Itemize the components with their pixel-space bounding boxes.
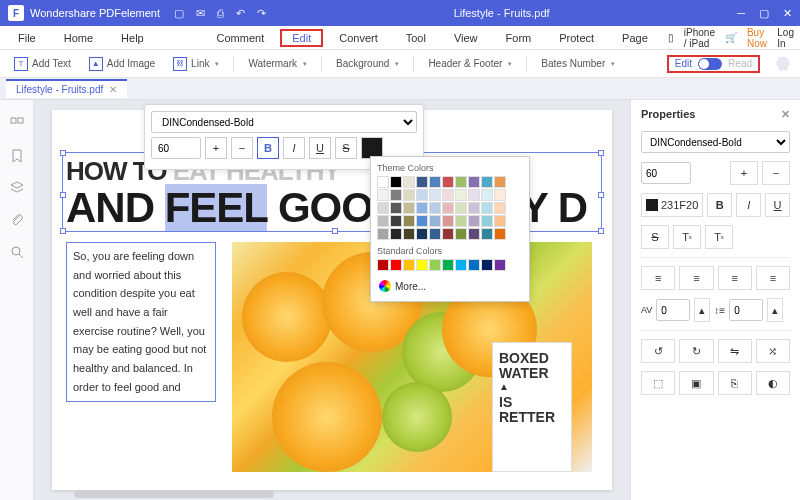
redo-icon[interactable]: ↷ — [257, 7, 266, 20]
flip-v-button[interactable]: ⤮ — [756, 339, 790, 363]
prop-font-select[interactable]: DINCondensed-Bold — [641, 131, 790, 153]
font-family-select[interactable]: DINCondensed-Bold — [151, 111, 417, 133]
leading-stepper[interactable]: ▴ — [767, 298, 783, 322]
save-icon[interactable]: ✉ — [196, 7, 205, 20]
titlebar: F Wondershare PDFelement ▢ ✉ ⎙ ↶ ↷ Lifes… — [0, 0, 800, 26]
folder-icon[interactable]: ▢ — [174, 7, 184, 20]
body-text-block[interactable]: So, you are feeling down and worried abo… — [66, 242, 216, 402]
align-left-button[interactable]: ≡ — [641, 266, 675, 290]
prop-increase-button[interactable]: + — [730, 161, 758, 185]
background-button[interactable]: Background — [332, 56, 403, 71]
horizontal-scrollbar[interactable] — [74, 490, 274, 498]
prop-color-button[interactable]: 231F20 — [641, 193, 703, 217]
line-spacing-input[interactable] — [729, 299, 763, 321]
tab-label: Lifestyle - Fruits.pdf — [16, 84, 103, 95]
prop-superscript-button[interactable]: Tx — [673, 225, 701, 249]
menu-help[interactable]: Help — [109, 29, 156, 47]
flip-h-button[interactable]: ⇋ — [718, 339, 752, 363]
search-icon[interactable] — [9, 244, 25, 260]
menu-page[interactable]: Page — [610, 29, 660, 47]
menu-form[interactable]: Form — [494, 29, 544, 47]
document-tab[interactable]: Lifestyle - Fruits.pdf ✕ — [6, 79, 127, 98]
document-title: Lifestyle - Fruits.pdf — [266, 7, 737, 19]
app-name: Wondershare PDFelement — [30, 7, 160, 19]
crop-button[interactable]: ⬚ — [641, 371, 675, 395]
underline-button[interactable]: U — [309, 137, 331, 159]
link-button[interactable]: ⛓Link — [169, 55, 223, 73]
add-text-button[interactable]: TAdd Text — [10, 55, 75, 73]
mobile-icon: ▯ — [668, 32, 674, 43]
rainbow-icon — [379, 280, 391, 292]
mode-edit-label: Edit — [675, 58, 692, 69]
prop-decrease-button[interactable]: − — [762, 161, 790, 185]
buy-now-link[interactable]: Buy Now — [747, 27, 767, 49]
more-colors-button[interactable]: More... — [377, 277, 523, 295]
undo-icon[interactable]: ↶ — [236, 7, 245, 20]
properties-close-icon[interactable]: ✕ — [781, 108, 790, 121]
svg-rect-0 — [11, 118, 16, 123]
menu-comment[interactable]: Comment — [205, 29, 277, 47]
menu-protect[interactable]: Protect — [547, 29, 606, 47]
menu-file[interactable]: File — [6, 29, 48, 47]
color-swatch[interactable] — [377, 176, 389, 188]
increase-size-button[interactable]: + — [205, 137, 227, 159]
opacity-button[interactable]: ◐ — [756, 371, 790, 395]
rotate-ccw-button[interactable]: ↺ — [641, 339, 675, 363]
app-logo-icon: F — [8, 5, 24, 21]
mode-read-label: Read — [728, 58, 752, 69]
bates-number-button[interactable]: Bates Number — [537, 56, 619, 71]
layers-icon[interactable] — [9, 180, 25, 196]
close-icon[interactable]: ✕ — [783, 7, 792, 20]
char-spacing-input[interactable] — [656, 299, 690, 321]
align-justify-button[interactable]: ≡ — [756, 266, 790, 290]
extract-button[interactable]: ⎘ — [718, 371, 752, 395]
rotate-cw-button[interactable]: ↻ — [679, 339, 713, 363]
left-sidebar — [0, 100, 34, 500]
edit-toolbar: TAdd Text ▲Add Image ⛓Link Watermark Bac… — [0, 50, 800, 78]
prop-size-input[interactable] — [641, 162, 691, 184]
prop-underline-button[interactable]: U — [765, 193, 790, 217]
edit-read-toggle[interactable]: Edit Read — [667, 55, 760, 73]
theme-colors-label: Theme Colors — [377, 163, 523, 173]
spacing-stepper[interactable]: ▴ — [694, 298, 710, 322]
tab-close-icon[interactable]: ✕ — [109, 84, 117, 95]
color-picker-popup: Theme Colors Standard Colors More... — [370, 156, 530, 302]
bold-button[interactable]: B — [257, 137, 279, 159]
menu-edit[interactable]: Edit — [280, 29, 323, 47]
menu-tool[interactable]: Tool — [394, 29, 438, 47]
menu-home[interactable]: Home — [52, 29, 105, 47]
header-footer-button[interactable]: Header & Footer — [424, 56, 516, 71]
minimize-icon[interactable]: ─ — [737, 7, 745, 20]
link-icon: ⛓ — [173, 57, 187, 71]
canvas[interactable]: HOW TO EAT HEALTHY AND FEEL GOOD RY D So… — [34, 100, 630, 500]
prop-italic-button[interactable]: I — [736, 193, 761, 217]
align-center-button[interactable]: ≡ — [679, 266, 713, 290]
add-image-button[interactable]: ▲Add Image — [85, 55, 159, 73]
strikethrough-button[interactable]: S — [335, 137, 357, 159]
prop-subscript-button[interactable]: Tx — [705, 225, 733, 249]
login-link[interactable]: Log In — [777, 27, 794, 49]
toggle-switch[interactable] — [698, 58, 722, 70]
iphone-link[interactable]: iPhone / iPad — [684, 27, 715, 49]
watermark-button[interactable]: Watermark — [244, 56, 311, 71]
font-size-input[interactable] — [151, 137, 201, 159]
attachment-icon[interactable] — [9, 212, 25, 228]
decrease-size-button[interactable]: − — [231, 137, 253, 159]
image-icon: ▲ — [89, 57, 103, 71]
menu-view[interactable]: View — [442, 29, 490, 47]
italic-button[interactable]: I — [283, 137, 305, 159]
prop-bold-button[interactable]: B — [707, 193, 732, 217]
svg-point-2 — [12, 247, 20, 255]
menu-convert[interactable]: Convert — [327, 29, 390, 47]
bookmark-icon[interactable] — [9, 148, 25, 164]
settings-icon[interactable] — [776, 57, 790, 71]
thumbnails-icon[interactable] — [9, 116, 25, 132]
replace-button[interactable]: ▣ — [679, 371, 713, 395]
prop-strikethrough-button[interactable]: S — [641, 225, 669, 249]
maximize-icon[interactable]: ▢ — [759, 7, 769, 20]
print-icon[interactable]: ⎙ — [217, 7, 224, 20]
properties-panel: Properties✕ DINCondensed-Bold + − 231F20… — [630, 100, 800, 500]
menubar: File Home Help Comment Edit Convert Tool… — [0, 26, 800, 50]
align-right-button[interactable]: ≡ — [718, 266, 752, 290]
standard-color-row — [377, 259, 523, 271]
